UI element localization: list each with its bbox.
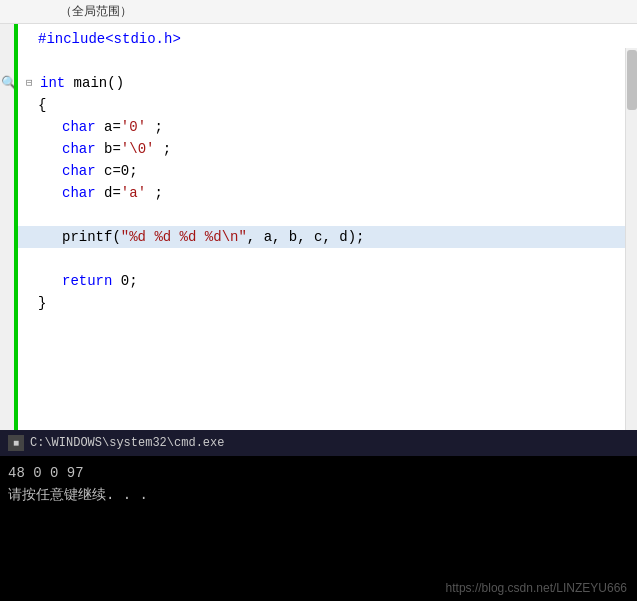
code-line-7: char c=0; [26,160,629,182]
code-line-5: char a='0' ; [26,116,629,138]
cmd-title: C:\WINDOWS\system32\cmd.exe [30,436,224,450]
code-area: #include<stdio.h> ⊟ int main() { [18,24,637,318]
vertical-scrollbar[interactable] [625,48,637,430]
cmd-output-line2: 请按任意键继续. . . [8,484,629,506]
cmd-icon: ■ [8,435,24,451]
scope-bar: （全局范围） [0,0,637,24]
cmd-content: 48 0 0 97 请按任意键继续. . . [0,456,637,512]
code-line-13: } [26,292,629,314]
cmd-output-line1: 48 0 0 97 [8,462,629,484]
editor-panel: （全局范围） 🔍 #include<stdio.h> ⊟ int main() [0,0,637,430]
code-line-12: return 0; [26,270,629,292]
fold-icon[interactable]: ⊟ [26,72,38,94]
code-line-6: char b='\0' ; [26,138,629,160]
cmd-titlebar: ■ C:\WINDOWS\system32\cmd.exe [0,430,637,456]
code-line-4: { [26,94,629,116]
highlight-row: printf("%d %d %d %d\n", a, b, c, d); [18,226,637,248]
code-line-2 [26,50,629,72]
code-line-3: ⊟ int main() [26,72,629,94]
code-line-10: printf("%d %d %d %d\n", a, b, c, d); [26,226,637,248]
scrollbar-thumb[interactable] [627,50,637,110]
code-line-1: #include<stdio.h> [26,28,629,50]
code-line-11 [26,248,629,270]
left-margin: 🔍 [0,24,18,430]
watermark: https://blog.csdn.net/LINZEYU666 [446,581,627,595]
code-line-8: char d='a' ; [26,182,629,204]
cmd-panel: ■ C:\WINDOWS\system32\cmd.exe 48 0 0 97 … [0,430,637,601]
code-line-9 [26,204,629,226]
editor-body: 🔍 #include<stdio.h> ⊟ int main() [0,24,637,430]
scope-label: （全局范围） [60,3,132,20]
